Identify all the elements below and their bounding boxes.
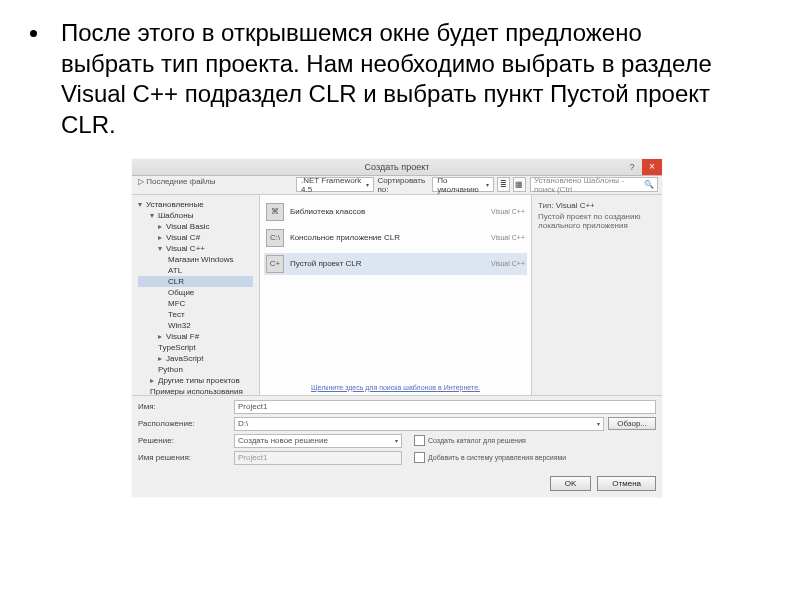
sidebar-item-mfc[interactable]: MFC <box>138 298 253 309</box>
type-label: Тип: <box>538 201 554 210</box>
sidebar-item-clr[interactable]: CLR <box>138 276 253 287</box>
name-input[interactable]: Project1 <box>234 400 656 414</box>
sidebar-item-test[interactable]: Тест <box>138 309 253 320</box>
checkbox-vcs[interactable] <box>414 452 425 463</box>
solname-input[interactable]: Project1 <box>234 451 402 465</box>
type-desc: Пустой проект по созданию локального при… <box>538 212 656 230</box>
template-list: ⌘ Библиотека классов Visual C++ C:\ Конс… <box>260 195 531 395</box>
sidebar-item-other[interactable]: ▸Другие типы проектов <box>138 375 253 386</box>
solution-label: Решение: <box>138 436 230 445</box>
sidebar-item-vcpp[interactable]: ▾Visual C++ <box>138 243 253 254</box>
online-templates-link[interactable]: Щелкните здесь для поиска шаблонов в Инт… <box>260 384 531 391</box>
location-label: Расположение: <box>138 419 230 428</box>
solname-label: Имя решения: <box>138 453 230 462</box>
sidebar-item-common[interactable]: Общие <box>138 287 253 298</box>
bullet-icon <box>30 30 37 37</box>
framework-dropdown[interactable]: .NET Framework 4.5▾ <box>296 177 374 192</box>
dialog-window: Создать проект ? × .NET Framework 4.5▾ С… <box>132 159 662 497</box>
view-list-icon[interactable]: ≣ <box>497 177 510 192</box>
slide-text: После этого в открывшемся окне будет пре… <box>61 18 734 141</box>
sort-dropdown[interactable]: По умолчанию▾ <box>432 177 494 192</box>
checkbox-create-dir[interactable] <box>414 435 425 446</box>
search-icon: 🔍 <box>644 180 654 189</box>
name-label: Имя: <box>138 402 230 411</box>
sidebar: ▾Установленные ▾Шаблоны ▸Visual Basic ▸V… <box>132 195 260 395</box>
dialog-actions: OK Отмена <box>132 472 662 497</box>
template-item[interactable]: C:\ Консольное приложение CLR Visual C++ <box>264 227 527 249</box>
sidebar-item-installed[interactable]: ▾Установленные <box>138 199 253 210</box>
sidebar-item-vcs[interactable]: ▸Visual C# <box>138 232 253 243</box>
window-title: Создать проект <box>365 162 430 172</box>
classlib-icon: ⌘ <box>266 203 284 221</box>
cb2-label: Добавить в систему управления версиями <box>428 454 566 461</box>
view-grid-icon[interactable]: ▦ <box>513 177 526 192</box>
sidebar-item-templates[interactable]: ▾Шаблоны <box>138 210 253 221</box>
ok-button[interactable]: OK <box>550 476 592 491</box>
browse-button[interactable]: Обзор... <box>608 417 656 430</box>
close-button[interactable]: × <box>642 159 662 175</box>
sidebar-item-vfs[interactable]: ▸Visual F# <box>138 331 253 342</box>
details-panel: Тип: Visual C++ Пустой проект по создани… <box>531 195 662 395</box>
sidebar-item-magwin[interactable]: Магазин Windows <box>138 254 253 265</box>
sidebar-item-samples[interactable]: Примеры использования <box>138 386 253 395</box>
recent-files-link[interactable]: ▷ Последние файлы <box>138 177 216 186</box>
cb1-label: Создать каталог для решения <box>428 437 526 444</box>
help-button[interactable]: ? <box>624 159 640 175</box>
title-bar: Создать проект ? × <box>132 159 662 176</box>
form-area: Имя: Project1 Расположение: D:\▾ Обзор..… <box>132 395 662 472</box>
solution-dropdown[interactable]: Создать новое решение▾ <box>234 434 402 448</box>
sidebar-item-win32[interactable]: Win32 <box>138 320 253 331</box>
sort-label: Сортировать по: <box>377 176 429 194</box>
sidebar-item-python[interactable]: Python <box>138 364 253 375</box>
sidebar-item-vb[interactable]: ▸Visual Basic <box>138 221 253 232</box>
sidebar-item-js[interactable]: ▸JavaScript <box>138 353 253 364</box>
empty-icon: C+ <box>266 255 284 273</box>
sidebar-item-ts[interactable]: TypeScript <box>138 342 253 353</box>
template-item-selected[interactable]: C+ Пустой проект CLR Visual C++ <box>264 253 527 275</box>
sidebar-item-atl[interactable]: ATL <box>138 265 253 276</box>
console-icon: C:\ <box>266 229 284 247</box>
location-input[interactable]: D:\▾ <box>234 417 604 431</box>
type-value: Visual C++ <box>556 201 595 210</box>
cancel-button[interactable]: Отмена <box>597 476 656 491</box>
template-item[interactable]: ⌘ Библиотека классов Visual C++ <box>264 201 527 223</box>
search-input[interactable]: Установлено Шаблоны - поиск (Ctrl 🔍 <box>530 177 658 192</box>
